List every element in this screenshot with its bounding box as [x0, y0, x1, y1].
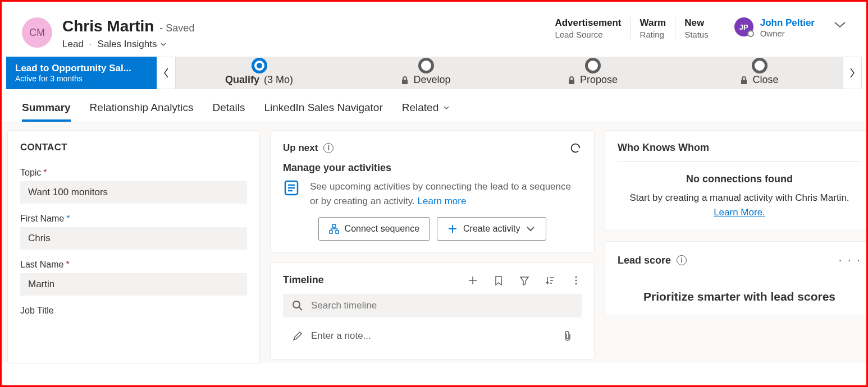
- first-name-input[interactable]: [20, 227, 247, 250]
- chevron-down-icon: [526, 224, 536, 234]
- bpf-title[interactable]: Lead to Opportunity Sal... Active for 3 …: [6, 57, 157, 89]
- timeline-title: Timeline: [283, 274, 324, 286]
- info-icon[interactable]: i: [677, 255, 687, 265]
- form-selector[interactable]: Sales Insights: [98, 39, 167, 50]
- up-next-title: Up next: [283, 142, 318, 154]
- stage-propose[interactable]: Propose: [509, 74, 676, 86]
- stage-inactive-icon: [585, 58, 601, 73]
- svg-point-7: [575, 276, 577, 278]
- owner-avatar: JP: [734, 17, 753, 36]
- create-activity-button[interactable]: Create activity: [437, 217, 546, 241]
- tab-relationship-analytics[interactable]: Relationship Analytics: [90, 102, 194, 122]
- topic-label: Topic: [20, 168, 41, 178]
- info-icon[interactable]: i: [323, 143, 334, 153]
- connect-sequence-button[interactable]: Connect sequence: [318, 217, 430, 241]
- lock-icon: [740, 76, 748, 85]
- header-expand-button[interactable]: [834, 21, 846, 29]
- svg-point-10: [293, 301, 300, 308]
- bpf-next-button[interactable]: [843, 57, 862, 89]
- more-icon[interactable]: [570, 275, 582, 286]
- business-process-flow: Lead to Opportunity Sal... Active for 3 …: [2, 57, 866, 89]
- svg-rect-6: [336, 231, 339, 233]
- who-knows-whom-section: Who Knows Whom No connections found Star…: [605, 130, 868, 231]
- entity-label: Lead: [62, 39, 84, 50]
- up-next-body: See upcoming activities by connecting th…: [310, 179, 582, 208]
- lead-score-body: Prioritize smarter with lead scores: [618, 290, 861, 303]
- svg-rect-4: [332, 224, 336, 227]
- job-title-label: Job Title: [20, 306, 54, 316]
- stage-inactive-icon: [752, 58, 768, 73]
- wkw-no-connections: No connections found: [618, 173, 861, 185]
- header-meta: Advertisement Lead Source Warm Rating Ne…: [546, 17, 846, 39]
- stage-inactive-icon: [418, 58, 434, 73]
- first-name-label: First Name: [20, 214, 64, 224]
- save-status: - Saved: [159, 22, 194, 34]
- meta-lead-source[interactable]: Advertisement Lead Source: [546, 17, 630, 39]
- up-next-section: Up next i Manage your activities See upc…: [270, 130, 595, 252]
- lock-icon: [568, 76, 575, 85]
- timeline-note-input[interactable]: Enter a note...: [283, 324, 582, 348]
- learn-more-link[interactable]: Learn more: [418, 196, 467, 206]
- lock-icon: [401, 76, 409, 85]
- tab-details[interactable]: Details: [212, 102, 245, 122]
- tab-linkedin-sales-navigator[interactable]: LinkedIn Sales Navigator: [264, 102, 383, 122]
- stage-qualify[interactable]: Qualify (3 Mo): [176, 74, 342, 86]
- wkw-title: Who Knows Whom: [618, 142, 861, 162]
- activities-icon: [283, 179, 300, 196]
- sort-icon[interactable]: [545, 275, 556, 286]
- form-tabs: Summary Relationship Analytics Details L…: [2, 89, 866, 122]
- last-name-label: Last Name: [20, 260, 63, 270]
- contact-section: CONTACT Topic* First Name* Last Name* Jo…: [7, 130, 260, 363]
- hierarchy-icon: [329, 224, 339, 234]
- presence-icon: [747, 30, 754, 37]
- wkw-body: Start by creating a manual activity with…: [618, 191, 861, 219]
- bpf-prev-button[interactable]: [157, 57, 176, 89]
- stage-develop[interactable]: Develop: [342, 74, 509, 86]
- svg-point-8: [575, 279, 577, 281]
- pencil-icon: [292, 330, 303, 342]
- record-avatar: CM: [22, 17, 52, 48]
- refresh-icon[interactable]: [569, 142, 582, 154]
- stage-active-icon: [252, 58, 267, 73]
- contact-heading: CONTACT: [20, 142, 247, 153]
- record-header: CM Chris Martin - Saved Lead · Sales Ins…: [2, 2, 866, 50]
- timeline-search[interactable]: [283, 294, 582, 317]
- search-icon: [292, 300, 303, 311]
- plus-icon: [447, 224, 458, 234]
- meta-status[interactable]: New Status: [675, 17, 718, 39]
- add-icon[interactable]: [467, 275, 478, 286]
- meta-rating[interactable]: Warm Rating: [631, 17, 675, 39]
- record-title: Chris Martin: [62, 17, 154, 35]
- tab-related[interactable]: Related: [402, 102, 450, 122]
- lead-score-title: Lead score: [618, 255, 671, 266]
- timeline-search-input[interactable]: [311, 300, 573, 311]
- lead-score-section: Lead score i · · · Prioritize smarter wi…: [605, 241, 868, 315]
- bookmark-icon[interactable]: [493, 275, 504, 286]
- svg-point-9: [575, 283, 577, 284]
- filter-icon[interactable]: [519, 275, 530, 286]
- up-next-subtitle: Manage your activities: [283, 162, 582, 174]
- tab-summary[interactable]: Summary: [22, 102, 71, 122]
- topic-input[interactable]: [20, 181, 247, 204]
- svg-rect-5: [330, 231, 332, 233]
- last-name-input[interactable]: [20, 273, 247, 296]
- wkw-learn-more-link[interactable]: Learn More.: [714, 207, 765, 218]
- chevron-down-icon: [160, 41, 167, 48]
- timeline-section: Timeline Enter a note...: [270, 262, 595, 360]
- meta-owner[interactable]: JP John Peltier Owner: [718, 17, 815, 38]
- stage-close[interactable]: Close: [676, 74, 843, 86]
- svg-line-11: [299, 307, 302, 310]
- attachment-icon[interactable]: [563, 330, 573, 342]
- more-button[interactable]: · · ·: [838, 253, 861, 268]
- chevron-down-icon: [443, 104, 450, 111]
